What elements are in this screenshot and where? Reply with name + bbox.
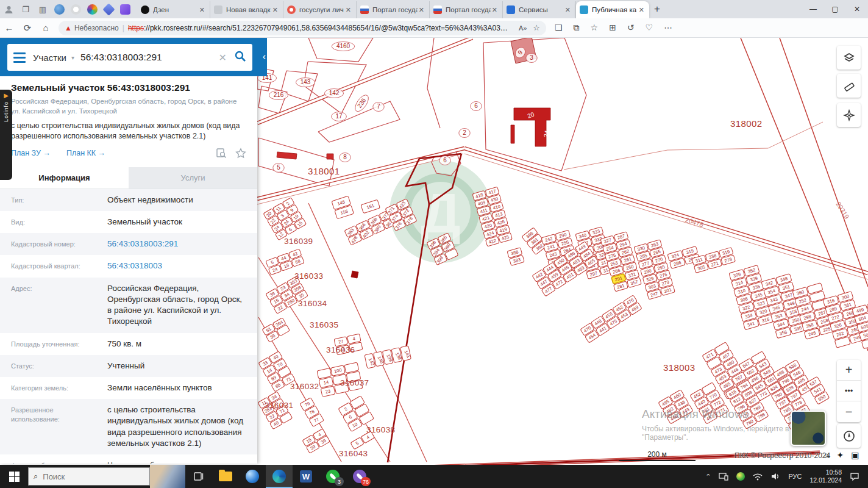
basemap-icon[interactable]: ▣ [851, 450, 859, 460]
preview-icon[interactable] [216, 148, 227, 159]
tab-close-icon[interactable]: ✕ [271, 6, 279, 14]
zoom-out-button[interactable]: − [837, 401, 861, 422]
favorite-star-icon[interactable]: ☆ [533, 23, 540, 32]
extension-swirl-icon[interactable] [87, 4, 98, 15]
viber-icon[interactable]: 76 [346, 465, 373, 488]
notification-center-icon[interactable] [850, 472, 859, 481]
zoom-in-button[interactable]: + [837, 360, 861, 381]
star-icon[interactable] [235, 148, 246, 159]
window-maximize-button[interactable]: ▢ [824, 1, 846, 18]
blue-sq-favicon [507, 5, 515, 14]
collections-icon[interactable]: ❏ [555, 23, 563, 33]
browser-tab-2[interactable]: госуслуги лич✕ [283, 1, 357, 18]
photos-app-icon[interactable] [239, 465, 266, 488]
window-minimize-button[interactable]: — [802, 1, 824, 18]
profile-icon[interactable] [1, 2, 16, 16]
info-row-value[interactable]: 56:43:0318003 [107, 260, 246, 271]
tray-expand-icon[interactable]: ⌃ [705, 473, 711, 481]
tab-close-icon[interactable]: ✕ [344, 6, 352, 14]
wifi-icon[interactable] [753, 473, 763, 481]
menu-icon[interactable] [13, 52, 26, 63]
window-close-button[interactable]: ✕ [846, 1, 868, 18]
devices-icon[interactable] [719, 472, 728, 481]
split-screen-icon[interactable]: ⧉ [574, 23, 580, 33]
quarter-number-label: 316039 [284, 237, 313, 246]
antivirus-tray-icon[interactable] [736, 472, 745, 481]
file-explorer-icon[interactable] [212, 465, 239, 488]
tab-title: Дзен [153, 6, 198, 13]
map-label: 2 [459, 129, 470, 138]
new-tab-button[interactable]: + [654, 3, 660, 15]
whatsapp-icon[interactable]: 3 [319, 465, 346, 488]
collapse-panel-icon[interactable]: ‹ [263, 51, 266, 62]
extension-grid-icon[interactable] [120, 4, 130, 15]
svg-text:3: 3 [530, 54, 533, 61]
volume-icon[interactable] [770, 472, 780, 481]
browser-tab-4[interactable]: Портал госуда✕ [430, 1, 503, 18]
center-marker-icon[interactable]: ✦ [836, 450, 844, 460]
browser-tab-1[interactable]: Новая вкладк✕ [210, 1, 283, 18]
browser-tab-3[interactable]: Портал госуда✕ [357, 1, 430, 18]
measure-ruler-button[interactable] [837, 74, 861, 98]
search-icon[interactable] [234, 50, 246, 65]
word-app-icon[interactable]: W [293, 465, 319, 488]
search-input[interactable] [80, 52, 219, 63]
info-row: Адрес:Российская Федерация, Оренбургская… [0, 278, 257, 333]
svg-text:2: 2 [463, 129, 466, 136]
taskbar-search-input[interactable] [43, 472, 122, 481]
more-options-button[interactable]: ••• [837, 381, 861, 401]
task-view-button[interactable] [185, 465, 212, 488]
clear-search-icon[interactable]: ✕ [219, 52, 227, 63]
extension-diamond-icon[interactable] [102, 3, 115, 15]
info-row-value[interactable]: 56:43:0318003:291 [107, 239, 246, 249]
favorites-bar-icon[interactable]: ☆ [591, 23, 599, 33]
map-label: 6 [439, 156, 450, 165]
home-view-icon[interactable]: ⌂ [824, 450, 829, 460]
read-aloud-icon[interactable]: A» [519, 24, 527, 32]
extension-globe-icon[interactable] [54, 4, 65, 15]
windows-taskbar: ⌕ W 3 76 ⌃ [0, 465, 868, 488]
tab-close-icon[interactable]: ✕ [564, 6, 572, 14]
reload-button[interactable]: ⟳ [18, 23, 37, 34]
tab-stack-icon[interactable]: ❐ [18, 2, 34, 16]
browser-essentials-icon[interactable]: ♡ [646, 23, 653, 33]
browser-tab-strip: ❐ ▥ Дзен✕Новая вкладк✕госуслуги лич✕Порт… [0, 0, 868, 18]
browser-tab-5[interactable]: Сервисы✕ [503, 1, 576, 18]
browser-tab-0[interactable]: Дзен✕ [137, 1, 210, 18]
layers-button[interactable] [837, 46, 861, 70]
start-button[interactable] [0, 465, 28, 488]
browser-tab-6[interactable]: Публичная ка✕ [576, 1, 649, 18]
settings-more-icon[interactable]: ⋯ [664, 23, 672, 33]
sidebar-icon[interactable]: ▥ [35, 2, 51, 16]
extensions-icon[interactable]: ⊞ [609, 23, 616, 33]
info-row-value: с целью строительства индивидуальных жил… [107, 404, 246, 449]
language-indicator[interactable]: РУС [788, 473, 802, 480]
tab-close-icon[interactable]: ✕ [198, 6, 206, 14]
my-location-button[interactable] [837, 424, 861, 448]
back-button[interactable]: ← [0, 23, 18, 33]
tab-close-icon[interactable]: ✕ [638, 6, 646, 14]
search-bar[interactable]: Участки ▾ ✕ [7, 44, 252, 71]
lotinfo-side-tab[interactable]: ▶ Lotinfo [0, 90, 12, 180]
history-icon[interactable]: ↺ [627, 23, 635, 33]
extension-ring-icon[interactable] [71, 4, 81, 15]
plan-zu-link[interactable]: План ЗУ → [11, 149, 51, 157]
tab-services[interactable]: Услуги [129, 167, 257, 188]
taskbar-search[interactable]: ⌕ [28, 467, 150, 486]
identify-point-button[interactable] [837, 103, 861, 127]
screen: ❐ ▥ Дзен✕Новая вкладк✕госуслуги лич✕Порт… [0, 0, 868, 488]
search-type-select[interactable]: Участки [33, 52, 66, 63]
tab-close-icon[interactable]: ✕ [491, 6, 499, 14]
info-row-label: Разрешенное использование: [11, 404, 102, 449]
tab-information[interactable]: Информация [0, 167, 129, 188]
clock[interactable]: 10:58 12.01.2024 [809, 468, 842, 484]
news-widget-thumbnail[interactable] [150, 465, 185, 488]
scale-label: 200 м [619, 450, 695, 459]
plan-kk-link[interactable]: План КК → [66, 149, 105, 157]
satellite-layer-thumbnail[interactable] [791, 411, 826, 446]
edge-browser-icon[interactable] [266, 465, 293, 488]
map-label: 17 [332, 112, 347, 121]
address-bar[interactable]: ▲ Небезопасно | https ://pkk.rosreestr.r… [59, 21, 546, 35]
home-button[interactable]: ⌂ [37, 23, 55, 33]
tab-close-icon[interactable]: ✕ [418, 6, 425, 14]
